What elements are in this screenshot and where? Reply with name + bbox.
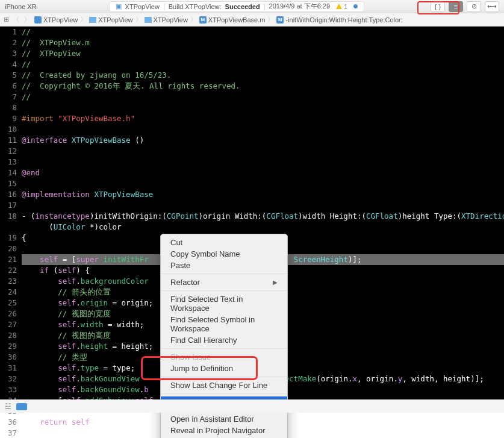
separator: |	[264, 3, 266, 10]
code-line[interactable]: // XTPopView	[22, 48, 504, 59]
m-icon: M	[276, 16, 284, 23]
assistant-editor-button[interactable]: ≡	[449, 1, 463, 12]
breakpoint-indicator[interactable]	[16, 403, 27, 410]
warning-badge[interactable]: 1	[336, 3, 347, 10]
breadcrumb-label: XTPopView	[98, 16, 132, 23]
code-line[interactable]: //	[22, 92, 504, 102]
code-line[interactable]: @end	[22, 167, 504, 178]
menu-item-label: Jump to Definition	[170, 364, 233, 373]
code-line[interactable]: @interface XTPopViewBase ()	[22, 135, 504, 146]
menu-item-copy-symbol-name[interactable]: Copy Symbol Name	[161, 248, 287, 260]
line-number: 2	[0, 37, 17, 48]
menu-item-jump-to-definition[interactable]: Jump to Definition	[161, 363, 287, 374]
code-line[interactable]	[22, 200, 504, 211]
line-number: 30	[0, 352, 17, 363]
code-line[interactable]: #import "XTPopViewBase.h"	[22, 113, 504, 124]
line-number: 11	[0, 135, 17, 146]
code-line[interactable]	[22, 146, 504, 157]
build-timestamp: 2019/4/9 at 下午6:29	[269, 2, 331, 11]
menu-item-open-in-assistant-editor[interactable]: Open in Assistant Editor	[161, 413, 287, 425]
menu-item-label: Copy Symbol Name	[170, 249, 240, 258]
menu-item-show-issue: Show Issue	[161, 351, 287, 363]
nav-back-button[interactable]: 〈	[11, 15, 20, 24]
menu-separator	[161, 377, 287, 377]
code-line[interactable]: (UIColor *)color	[22, 222, 504, 233]
line-number: 26	[0, 308, 17, 319]
menu-separator	[161, 348, 287, 349]
breadcrumb-label: XTPopView	[154, 16, 188, 23]
line-number: 8	[0, 102, 17, 113]
breadcrumb-item[interactable]: XTPopView	[34, 16, 78, 23]
menu-item-cut[interactable]: Cut	[161, 237, 287, 248]
line-number: 17	[0, 200, 17, 211]
standard-editor-button[interactable]: { }	[431, 1, 445, 12]
breadcrumb-item[interactable]: XTPopView	[89, 16, 132, 23]
line-number: 14	[0, 167, 17, 178]
menu-separator	[161, 393, 287, 394]
menu-item-find-selected-symbol-in-workspace[interactable]: Find Selected Symbol in Workspace	[161, 314, 287, 334]
menu-item-label: Find Selected Symbol in Workspace	[170, 315, 278, 333]
code-line[interactable]: //	[22, 59, 504, 70]
line-number: 27	[0, 319, 17, 330]
code-line[interactable]	[22, 178, 504, 189]
line-number: 18	[0, 211, 17, 222]
device-selector[interactable]: iPhone XR	[5, 3, 37, 10]
menu-item-find-selected-text-in-workspace[interactable]: Find Selected Text in Workspace	[161, 293, 287, 314]
menu-separator	[161, 290, 287, 291]
breadcrumb-item[interactable]: MXTPopViewBase.m	[199, 16, 266, 23]
chevron-right-icon: 〉	[79, 15, 88, 24]
code-line[interactable]: //	[22, 27, 504, 37]
breadcrumb-label: XTPopViewBase.m	[208, 16, 266, 23]
line-number: 24	[0, 287, 17, 298]
menu-item-label: Paste	[170, 261, 190, 270]
line-number: 5	[0, 70, 17, 81]
line-number: 36	[0, 417, 17, 428]
breadcrumb-label: XTPopView	[43, 16, 78, 23]
version-editor-button[interactable]: ⊘	[467, 1, 481, 12]
code-line[interactable]: - (instancetype)initWithOrigin:(CGPoint)…	[22, 211, 504, 222]
build-result: Succeeded	[225, 3, 260, 10]
line-number: 28	[0, 330, 17, 341]
m-icon: M	[199, 16, 207, 23]
breadcrumb-item[interactable]: XTPopView	[145, 16, 188, 23]
code-line[interactable]	[22, 157, 504, 167]
chevron-right-icon: ▶	[273, 279, 278, 286]
code-line[interactable]: @implementation XTPopViewBase	[22, 189, 504, 200]
menu-item-label: Cut	[170, 238, 182, 247]
code-line[interactable]	[22, 124, 504, 135]
code-line[interactable]: // Created by zjwang on 16/5/23.	[22, 70, 504, 81]
line-number: 12	[0, 146, 17, 157]
chevron-right-icon: 〉	[189, 15, 198, 24]
code-line[interactable]: // XTPopView.m	[22, 37, 504, 48]
library-button[interactable]: ⟷	[485, 1, 499, 12]
build-status-bar[interactable]: ▣ XTPopView | Build XTPopView: Succeeded…	[109, 1, 365, 12]
menu-item-refactor[interactable]: Refactor▶	[161, 277, 287, 288]
line-number: 3	[0, 48, 17, 59]
menu-item-label: Open in Assistant Editor	[170, 415, 254, 424]
code-line[interactable]	[22, 102, 504, 113]
line-gutter: 1234567891011121314151617181920212223242…	[0, 27, 22, 412]
line-number: 13	[0, 157, 17, 167]
code-line[interactable]: // Copyright © 2016年 夏天. All rights rese…	[22, 81, 504, 92]
line-number: 16	[0, 189, 17, 200]
line-number: 1	[0, 27, 17, 37]
debug-bar: ☳	[0, 399, 504, 413]
line-number: 15	[0, 178, 17, 189]
line-number: 29	[0, 341, 17, 352]
menu-item-show-last-change-for-line[interactable]: Show Last Change For Line	[161, 380, 287, 391]
menu-item-paste[interactable]: Paste	[161, 260, 287, 271]
menu-item-label: Show Last Change For Line	[170, 381, 267, 390]
related-items-icon[interactable]: ⊞	[4, 16, 9, 23]
filter-icon[interactable]: ☳	[5, 402, 11, 411]
navigation-bar: ⊞ 〈 〉 XTPopView〉XTPopView〉XTPopView〉MXTP…	[0, 13, 504, 27]
breadcrumb-label: -initWithOrigin:Width:Height:Type:Color:	[285, 16, 402, 23]
menu-item-reveal-in-project-navigator[interactable]: Reveal in Project Navigator	[161, 425, 287, 436]
nav-forward-button[interactable]: 〉	[23, 15, 32, 24]
folder-icon	[145, 17, 152, 23]
breadcrumb-item[interactable]: M-initWithOrigin:Width:Height:Type:Color…	[276, 16, 402, 23]
menu-item-find-call-hierarchy[interactable]: Find Call Hierarchy	[161, 334, 287, 346]
line-number: 7	[0, 92, 17, 102]
line-number: 9	[0, 113, 17, 124]
menu-item-label: Refactor	[170, 278, 200, 287]
menu-item-label: Show Issue	[170, 352, 211, 361]
